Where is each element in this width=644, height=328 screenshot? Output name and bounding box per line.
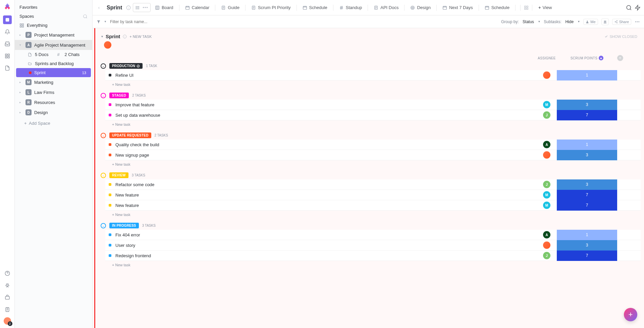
task-row[interactable]: New featureM7	[105, 200, 641, 211]
task-name[interactable]: Redesign frontend	[115, 253, 537, 258]
sidebar-space-project-management[interactable]: ▸ P Project Management	[15, 30, 92, 40]
rail-dashboards-icon[interactable]	[3, 52, 12, 60]
task-assignee[interactable]: M	[537, 202, 557, 209]
task-assignee[interactable]: J	[537, 111, 557, 119]
collapse-status-icon[interactable]: ⌄	[101, 173, 106, 178]
assignees-button[interactable]	[601, 18, 609, 25]
task-assignee[interactable]: A	[537, 141, 557, 148]
rail-clipboard-icon[interactable]	[3, 305, 12, 314]
add-view-button[interactable]: +View	[536, 3, 555, 12]
task-status-icon[interactable]	[109, 254, 111, 257]
grid-icon[interactable]	[524, 5, 529, 10]
new-task-row[interactable]: + New task	[96, 120, 641, 126]
view-tab-calendar[interactable]: Calendar	[181, 3, 213, 12]
sprint-members[interactable]	[96, 41, 641, 54]
scrum-points-cell[interactable]: 3	[557, 240, 617, 251]
scrum-points-cell[interactable]: 3	[557, 150, 617, 160]
task-row[interactable]: Set up data warehouseJ7	[105, 110, 641, 120]
task-row[interactable]: Refine UI1	[105, 70, 641, 80]
subtasks-selector[interactable]: Subtasks: Hide ▼	[544, 19, 580, 24]
sidebar-space-law-firms[interactable]: ▸LLaw Firms	[15, 87, 92, 97]
sidebar-spaces-header[interactable]: Spaces	[15, 12, 92, 21]
scrum-points-cell[interactable]: 7	[557, 200, 617, 211]
view-tab-scrum-pt-priority[interactable]: Scrum Pt Priority	[248, 3, 294, 12]
new-task-button[interactable]: + NEW TASK	[129, 35, 152, 39]
sidebar-list-sprint[interactable]: Sprint 13	[16, 68, 91, 77]
collapse-status-icon[interactable]: ⌄	[101, 93, 106, 98]
task-name[interactable]: Quality check the build	[115, 142, 537, 147]
task-row[interactable]: Improve that featureM3	[105, 100, 641, 110]
scrum-points-cell[interactable]: 7	[557, 110, 617, 120]
sidebar-space-marketing[interactable]: ▸MMarketing	[15, 77, 92, 87]
view-tab-list[interactable]: •••	[133, 3, 151, 12]
search-icon[interactable]	[83, 14, 88, 19]
rail-help-icon[interactable]	[3, 269, 12, 278]
task-assignee[interactable]	[537, 71, 557, 79]
task-status-icon[interactable]	[109, 183, 111, 186]
scrum-points-cell[interactable]: 3	[557, 179, 617, 190]
collapse-status-icon[interactable]: ⌄	[101, 133, 106, 138]
task-name[interactable]: User story	[115, 243, 537, 248]
new-task-row[interactable]: + New task	[96, 160, 641, 166]
status-label[interactable]: IN PROGRESS	[109, 223, 139, 228]
show-closed-button[interactable]: SHOW CLOSED	[604, 35, 637, 39]
search-icon[interactable]	[626, 5, 632, 11]
new-task-row[interactable]: + New task	[96, 211, 641, 217]
view-tab-schedule[interactable]: Schedule	[299, 3, 331, 12]
rail-user-avatar[interactable]: 2	[4, 317, 11, 325]
view-tab-next-7-days[interactable]: Next 7 Days	[439, 3, 477, 12]
rail-inbox-icon[interactable]	[3, 40, 12, 48]
col-points-header[interactable]: SCRUM POINTS▲	[557, 56, 617, 60]
info-icon[interactable]	[123, 35, 127, 39]
task-status-icon[interactable]	[109, 103, 111, 106]
sidebar-space-design[interactable]: ▸DDesign	[15, 107, 92, 117]
collapse-status-icon[interactable]: ⌄	[101, 63, 106, 69]
view-tab-design[interactable]: Design	[407, 3, 434, 12]
bolt-icon[interactable]	[635, 5, 641, 11]
task-name[interactable]: Improve that feature	[115, 102, 537, 107]
view-tab-schedule[interactable]: Schedule	[481, 3, 513, 12]
sidebar-docs-link[interactable]: 5 Docs # 2 Chats	[15, 50, 92, 59]
status-label[interactable]: UPDATE REQUESTED	[109, 132, 151, 138]
task-name[interactable]: Refine UI	[115, 73, 537, 78]
scrum-points-cell[interactable]: 7	[557, 251, 617, 261]
collapse-status-icon[interactable]: ⌄	[101, 223, 106, 228]
task-name[interactable]: Set up data warehouse	[115, 113, 537, 118]
task-row[interactable]: New signup page3	[105, 150, 641, 160]
new-task-row[interactable]: + New task	[96, 261, 641, 267]
task-status-icon[interactable]	[109, 244, 111, 247]
view-tab-guide[interactable]: Guide	[217, 3, 243, 12]
task-filter-input[interactable]	[110, 19, 177, 24]
view-tab-standup[interactable]: Standup	[335, 3, 366, 12]
quick-create-fab[interactable]: +	[624, 308, 637, 321]
collapse-sidebar-button[interactable]: ‹	[96, 5, 102, 11]
rail-home-icon[interactable]	[3, 15, 12, 24]
task-status-icon[interactable]	[109, 114, 111, 116]
status-label[interactable]: STAGED	[109, 93, 129, 98]
task-status-icon[interactable]	[109, 154, 111, 156]
scrum-points-cell[interactable]: 1	[557, 70, 617, 80]
task-assignee[interactable]: J	[537, 181, 557, 188]
collapse-group-icon[interactable]: ▾	[101, 35, 103, 38]
sidebar-space-agile[interactable]: ▾ A Agile Project Management	[15, 40, 92, 50]
task-assignee[interactable]: M	[537, 191, 557, 199]
task-row[interactable]: New featureM7	[105, 190, 641, 200]
task-row[interactable]: User story3	[105, 240, 641, 251]
task-status-icon[interactable]	[109, 194, 111, 196]
rail-docs-icon[interactable]	[3, 64, 12, 72]
task-name[interactable]: New feature	[115, 193, 537, 198]
task-row[interactable]: Quality check the buildA1	[105, 140, 641, 150]
group-by-selector[interactable]: Group by: Status ▼	[501, 19, 540, 24]
task-assignee[interactable]: J	[537, 252, 557, 259]
task-name[interactable]: Refactor some code	[115, 182, 537, 187]
task-status-icon[interactable]	[109, 233, 111, 236]
scrum-points-cell[interactable]: 3	[557, 100, 617, 110]
view-tab-api-docs[interactable]: API Docs	[370, 3, 402, 12]
task-name[interactable]: New feature	[115, 203, 537, 208]
rail-timesheet-icon[interactable]	[3, 293, 12, 302]
task-row[interactable]: Fix 404 errorA1	[105, 230, 641, 240]
task-name[interactable]: Fix 404 error	[115, 232, 537, 237]
task-name[interactable]: New signup page	[115, 153, 537, 158]
status-label[interactable]: PRODUCTION	[109, 63, 143, 69]
scrum-points-cell[interactable]: 1	[557, 140, 617, 150]
